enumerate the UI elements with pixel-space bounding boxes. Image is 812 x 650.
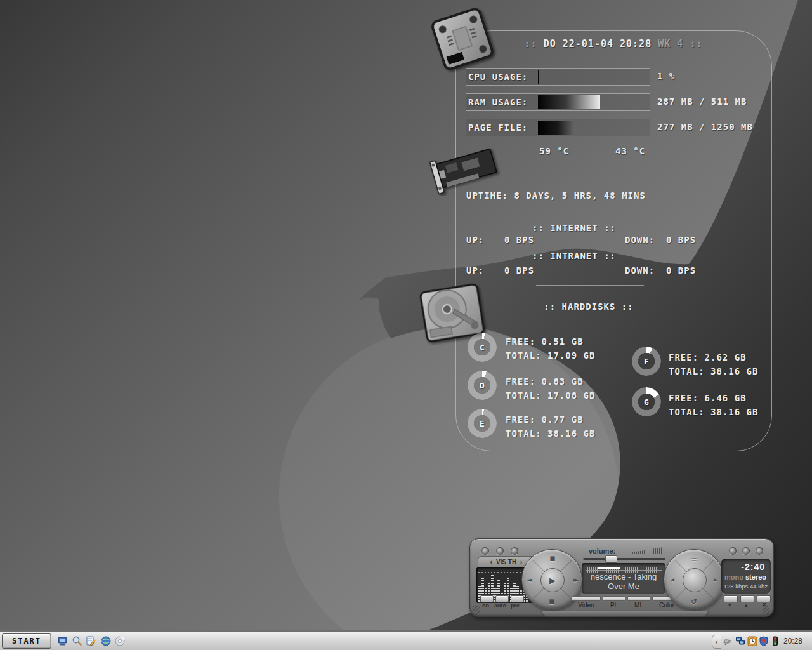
play-icon: ▶ (549, 576, 556, 585)
tab-label: ML (634, 602, 643, 609)
disk-d-text: FREE: 0.83 GB TOTAL: 17.08 GB (506, 375, 595, 402)
next-track-button[interactable]: ▸ (714, 575, 717, 584)
browser-globe-icon[interactable] (100, 635, 112, 647)
header-week: WK 4 (658, 38, 683, 50)
tab-button[interactable] (627, 596, 650, 601)
disk-total: TOTAL: 38.16 GB (669, 405, 758, 419)
separator (536, 285, 644, 286)
volume-label: volume: (589, 547, 615, 555)
time-remaining: -2:40 (741, 562, 765, 572)
vis-mode-label: VIS TH (496, 559, 516, 566)
secondary-pad[interactable]: ≡ ◂ ▸ ↺ (664, 549, 724, 610)
disk-letter: C (468, 333, 497, 362)
disk-free: FREE: 2.62 GB (669, 350, 758, 364)
cpu-usage-row: CPU USAGE: (466, 68, 650, 86)
cpu-usage-bar (538, 70, 649, 84)
eq-preset-label: pre (511, 602, 520, 609)
disk-f-text: FREE: 2.62 GB TOTAL: 38.16 GB (669, 350, 758, 378)
tab-button[interactable] (603, 596, 625, 601)
tray-collapse-chevron-icon[interactable]: ‹ (712, 635, 721, 649)
forward-button[interactable]: ▸▸ (573, 576, 577, 584)
page-file-row: PAGE FILE: (466, 119, 650, 136)
page-bar-fill (538, 121, 573, 135)
media-player-window[interactable]: ‹ VIS TH › on auto pre ▮▮ ◂◂ ▸▸ ■ ▶ volu… (469, 538, 774, 617)
disk-letter: D (468, 371, 497, 400)
separator (536, 216, 644, 216)
tab-media-library[interactable]: ML (627, 596, 650, 609)
monitor-header: :: DO 22-01-04 20:28 WK 4 :: (455, 38, 771, 50)
taskbar-clock: 20:28 (783, 637, 802, 646)
track-display[interactable]: nescence - Taking Over Me (582, 563, 665, 594)
start-button[interactable]: START (2, 633, 51, 649)
vis-next-arrow-icon[interactable]: › (520, 559, 522, 566)
volume-ramp (621, 547, 663, 554)
volume-slider[interactable] (583, 558, 665, 560)
disk-c-text: FREE: 0.51 GB TOTAL: 17.09 GB (506, 335, 595, 362)
cpu-bar-fill (538, 70, 539, 84)
desktop: :: DO 22-01-04 20:28 WK 4 :: CPU USAGE: … (0, 0, 812, 650)
eq-auto-button[interactable] (495, 595, 509, 602)
shade-icon[interactable]: ▴ (745, 602, 748, 608)
internet-down-value: 0 BPS (666, 235, 696, 245)
play-button[interactable]: ▶ (540, 568, 565, 592)
intranet-down-value: 0 BPS (666, 265, 696, 275)
header-lead: :: (525, 38, 537, 50)
player-tabs: Video PL ML Color (572, 596, 681, 609)
pause-button[interactable]: ▮▮ (549, 555, 554, 562)
disk-letter: E (468, 409, 497, 438)
disk-letter: G (632, 387, 661, 416)
pad-hub (683, 568, 707, 592)
disk-free: FREE: 0.83 GB (506, 375, 595, 388)
internet-up-label: UP: (466, 235, 484, 245)
status-led (742, 547, 750, 555)
stop-button[interactable]: ■ (549, 598, 554, 605)
harddisks-title: :: HARDDISKS :: (509, 302, 668, 312)
search-icon[interactable] (71, 635, 82, 647)
tab-label: PL (610, 602, 618, 609)
scheduler-clock-icon[interactable] (747, 636, 757, 646)
disk-total: TOTAL: 17.09 GB (506, 348, 595, 362)
usb-plug-icon[interactable] (723, 636, 733, 646)
tab-label: Color (659, 602, 674, 609)
disk-gauge-f: F (632, 347, 661, 376)
taskbar: START ‹ (0, 632, 812, 650)
show-desktop-icon[interactable] (57, 635, 69, 647)
resize-grip-right[interactable] (763, 606, 770, 614)
tab-video[interactable]: Video (572, 596, 601, 609)
mono-indicator: mono (724, 573, 743, 581)
cpu-usage-label: CPU USAGE: (468, 72, 528, 82)
volume-thumb[interactable] (605, 555, 617, 563)
internet-up-value: 0 BPS (504, 235, 534, 245)
eq-on-button[interactable] (480, 595, 494, 602)
eject-button[interactable]: ≡ (691, 554, 697, 563)
intranet-title: :: INTRANET :: (495, 251, 653, 261)
tab-button[interactable] (572, 596, 601, 601)
player-bottom-tab (541, 611, 709, 617)
cd-player-icon[interactable] (114, 635, 126, 647)
prev-track-button[interactable]: ◂ (671, 575, 674, 584)
minimize-icon[interactable]: ▾ (728, 602, 731, 608)
ram-bar-fill (538, 95, 600, 109)
disk-gauge-d: D (468, 371, 497, 400)
notepad-icon[interactable] (85, 635, 96, 647)
resize-grip-left[interactable] (473, 606, 480, 614)
network-status-icon[interactable] (735, 636, 745, 646)
disk-e-text: FREE: 0.77 GB TOTAL: 38.16 GB (506, 413, 595, 441)
antivirus-shield-icon[interactable] (759, 636, 769, 646)
channel-modes: mono stereo (724, 573, 766, 581)
traffic-light-icon[interactable] (770, 636, 780, 646)
eq-preset-button[interactable] (511, 595, 524, 602)
stream-stats: 128 kbps 44 khz (724, 583, 768, 590)
disk-total: TOTAL: 17.08 GB (506, 388, 595, 402)
tab-playlist[interactable]: PL (603, 596, 625, 609)
rewind-button[interactable]: ◂◂ (527, 576, 530, 584)
temperature-2: 43 °C (615, 146, 645, 156)
disk-gauge-g: G (632, 387, 661, 416)
samplerate: 44 khz (750, 583, 768, 590)
repeat-button[interactable]: ↺ (691, 597, 697, 606)
page-file-bar (538, 121, 649, 135)
pci-card-image (424, 141, 506, 196)
intranet-down-label: DOWN: (625, 265, 655, 275)
status-led (756, 547, 763, 555)
vis-prev-arrow-icon[interactable]: ‹ (490, 559, 492, 566)
